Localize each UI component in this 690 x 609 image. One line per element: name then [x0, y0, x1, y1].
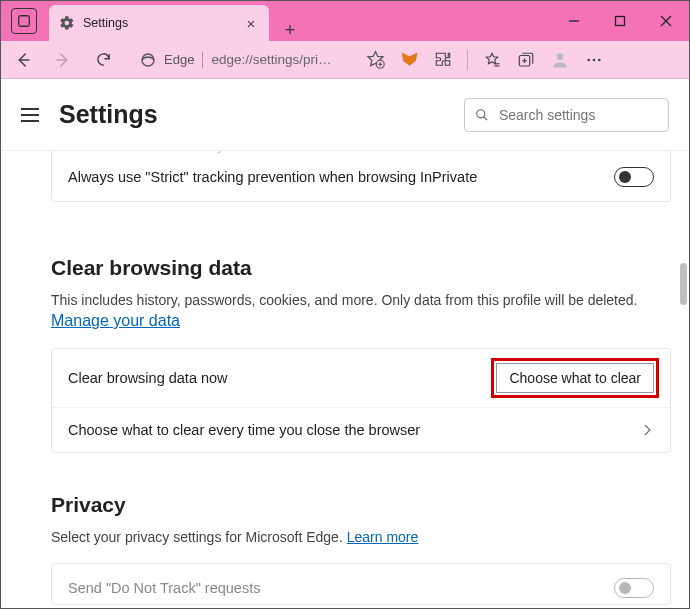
strict-inprivate-toggle[interactable] — [614, 167, 654, 187]
privacy-learn-more-link[interactable]: Learn more — [347, 529, 419, 545]
privacy-card: Send "Do Not Track" requests — [51, 563, 671, 605]
new-tab-button[interactable]: + — [275, 20, 305, 41]
svg-marker-11 — [401, 52, 417, 65]
star-add-icon — [366, 50, 385, 69]
collections-button[interactable] — [516, 50, 536, 70]
tab-title: Settings — [83, 16, 235, 30]
dnt-toggle[interactable] — [614, 578, 654, 598]
separator — [202, 52, 203, 68]
manage-your-data-link[interactable]: Manage your data — [51, 312, 180, 329]
titlebar: Settings × + — [1, 1, 689, 41]
arrow-right-icon — [54, 51, 72, 69]
svg-point-20 — [598, 58, 601, 61]
square-icon — [17, 14, 31, 28]
svg-point-7 — [142, 54, 154, 66]
puzzle-icon — [434, 51, 452, 69]
scrollbar[interactable] — [678, 151, 689, 608]
settings-search[interactable] — [464, 98, 669, 132]
minimize-button[interactable] — [551, 1, 597, 41]
dnt-row: Send "Do Not Track" requests — [52, 564, 670, 604]
person-icon — [550, 50, 570, 70]
clear-data-now-label: Clear browsing data now — [68, 370, 496, 386]
page-title: Settings — [59, 100, 446, 129]
clear-on-close-label: Choose what to clear every time you clos… — [68, 422, 640, 438]
settings-header: Settings — [1, 79, 689, 151]
svg-point-18 — [587, 58, 590, 61]
more-menu-button[interactable] — [584, 50, 604, 70]
profile-button[interactable] — [550, 50, 570, 70]
clear-data-now-row: Clear browsing data now Choose what to c… — [52, 349, 670, 407]
gear-icon — [59, 15, 75, 31]
address-bar[interactable]: Edge edge://settings/pri… — [129, 46, 349, 74]
settings-content: Allow all trackers on sites you choose A… — [1, 151, 689, 608]
fox-icon — [400, 50, 419, 69]
svg-line-22 — [484, 116, 487, 119]
refresh-icon — [95, 51, 112, 68]
svg-point-17 — [557, 53, 564, 60]
scrollbar-thumb[interactable] — [680, 263, 687, 305]
search-icon — [475, 107, 489, 123]
separator — [467, 50, 468, 70]
strict-inprivate-row: Always use "Strict" tracking prevention … — [52, 153, 670, 201]
svg-point-21 — [477, 109, 485, 117]
tab-actions-button[interactable] — [11, 8, 37, 34]
favorite-button[interactable] — [365, 50, 385, 70]
dnt-label: Send "Do Not Track" requests — [68, 580, 614, 596]
privacy-description: Select your privacy settings for Microso… — [51, 529, 671, 545]
clear-data-heading: Clear browsing data — [51, 256, 671, 280]
svg-rect-2 — [616, 17, 625, 26]
privacy-heading: Privacy — [51, 493, 671, 517]
tracking-prevention-card: Allow all trackers on sites you choose A… — [51, 151, 671, 202]
maximize-button[interactable] — [597, 1, 643, 41]
edge-icon — [140, 52, 156, 68]
tab-close-button[interactable]: × — [243, 15, 259, 31]
svg-point-19 — [593, 58, 596, 61]
tab-strip: Settings × + — [1, 1, 305, 41]
address-bar-label: Edge — [164, 52, 194, 67]
settings-menu-button[interactable] — [21, 105, 41, 125]
arrow-left-icon — [14, 51, 32, 69]
svg-rect-0 — [19, 16, 30, 27]
chevron-right-icon — [640, 423, 654, 437]
clear-data-card: Clear browsing data now Choose what to c… — [51, 348, 671, 453]
address-bar-url: edge://settings/pri… — [211, 52, 338, 67]
star-lines-icon — [483, 51, 501, 69]
clear-on-close-row[interactable]: Choose what to clear every time you clos… — [52, 407, 670, 452]
back-button[interactable] — [9, 46, 37, 74]
extension-metamask[interactable] — [399, 50, 419, 70]
settings-search-input[interactable] — [499, 107, 658, 123]
choose-what-to-clear-button[interactable]: Choose what to clear — [496, 363, 654, 393]
forward-button[interactable] — [49, 46, 77, 74]
browser-tab[interactable]: Settings × — [49, 5, 269, 41]
window-controls — [551, 1, 689, 41]
refresh-button[interactable] — [89, 46, 117, 74]
app-window: Settings × + Edge edge://settings/pri… — [0, 0, 690, 609]
close-window-button[interactable] — [643, 1, 689, 41]
ellipsis-icon — [585, 51, 603, 69]
collections-icon — [517, 51, 535, 69]
browser-toolbar: Edge edge://settings/pri… — [1, 41, 689, 79]
clear-data-description: This includes history, passwords, cookie… — [51, 292, 671, 308]
strict-inprivate-label: Always use "Strict" tracking prevention … — [68, 169, 614, 185]
extensions-button[interactable] — [433, 50, 453, 70]
favorites-button[interactable] — [482, 50, 502, 70]
